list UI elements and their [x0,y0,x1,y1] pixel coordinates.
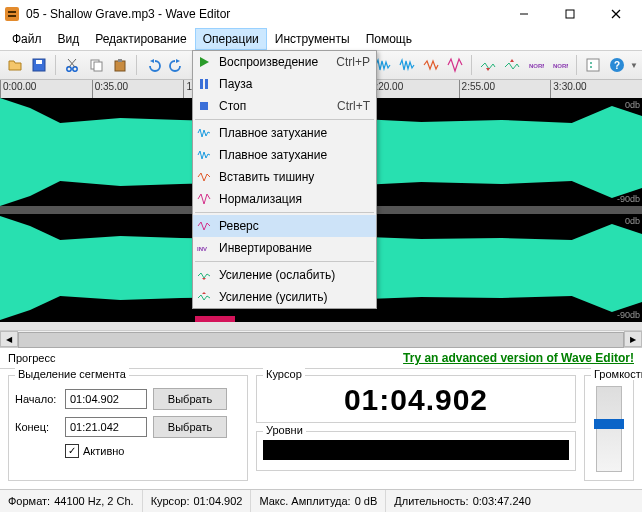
ruler-tick: 2:20.00 [367,80,459,98]
reverse-icon [195,217,213,235]
menu-item-fadein[interactable]: Плавное затухание [193,122,376,144]
svg-rect-2 [8,15,16,17]
norm-tool2-icon[interactable]: NORM [549,54,571,76]
db-bottom: -90db [617,310,640,320]
menu-item-pause[interactable]: Пауза [193,73,376,95]
svg-point-20 [590,62,592,64]
scroll-thumb[interactable] [18,332,624,348]
svg-point-9 [67,67,71,71]
db-top: 0db [625,216,640,226]
window-title: 05 - Shallow Grave.mp3 - Wave Editor [26,7,502,21]
status-amp-label: Макс. Амплитуда: [259,495,350,507]
levels-group: Уровни [256,431,576,471]
menu-item-silence[interactable]: Вставить тишину [193,166,376,188]
start-label: Начало: [15,393,59,405]
fadein-icon [195,124,213,142]
status-cursor-value: 01:04.902 [193,495,242,507]
segment-group: Выделение сегмента Начало: Выбрать Конец… [8,375,248,481]
volume-title: Громкость [591,368,642,380]
scroll-right-icon[interactable]: ▶ [624,331,642,347]
menu-item-normalize[interactable]: Нормализация [193,188,376,210]
end-select-button[interactable]: Выбрать [153,416,227,438]
titlebar: 05 - Shallow Grave.mp3 - Wave Editor [0,0,642,28]
svg-text:?: ? [614,60,620,71]
menu-item-stop[interactable]: СтопCtrl+T [193,95,376,117]
svg-rect-15 [115,61,125,71]
menu-item-fadeout[interactable]: Плавное затухание [193,144,376,166]
settings-icon[interactable] [582,54,604,76]
close-button[interactable] [594,0,638,28]
amp-down-icon[interactable] [477,54,499,76]
levels-meter [263,440,569,460]
ruler-tick: 0:35.00 [92,80,184,98]
svg-rect-28 [200,102,208,110]
svg-rect-26 [200,79,203,89]
volume-slider[interactable] [596,386,622,472]
help-icon[interactable]: ? [606,54,628,76]
svg-point-21 [590,66,592,68]
start-select-button[interactable]: Выбрать [153,388,227,410]
status-amp-value: 0 dB [355,495,378,507]
scroll-left-icon[interactable]: ◀ [0,331,18,347]
wave-tool2-icon[interactable] [396,54,418,76]
cursor-value: 01:04.902 [263,382,569,418]
fadeout-icon [195,146,213,164]
redo-icon[interactable] [166,54,188,76]
status-cursor-label: Курсор: [151,495,190,507]
menu-operations[interactable]: Операции [195,28,267,50]
open-icon[interactable] [4,54,26,76]
progress-label: Прогресс [8,352,55,364]
amp-up-icon[interactable] [501,54,523,76]
svg-rect-8 [36,60,42,64]
menu-item-invert[interactable]: INVИнвертирование [193,237,376,259]
active-checkbox[interactable]: ✓ [65,444,79,458]
paste-icon[interactable] [109,54,131,76]
cursor-group: Курсор 01:04.902 [256,375,576,423]
volume-thumb[interactable] [594,419,624,429]
status-dur-value: 0:03:47.240 [473,495,531,507]
upgrade-link[interactable]: Try an advanced version of Wave Editor! [403,351,634,365]
svg-rect-16 [118,59,122,62]
segment-title: Выделение сегмента [15,368,129,380]
svg-text:NORM: NORM [553,63,568,69]
levels-title: Уровни [263,424,306,436]
menu-view[interactable]: Вид [50,28,88,50]
ruler-tick: 3:30.00 [550,80,642,98]
statusbar: Формат:44100 Hz, 2 Ch. Курсор:01:04.902 … [0,489,642,512]
invert-icon: INV [195,239,213,257]
status-dur-label: Длительность: [394,495,468,507]
svg-rect-27 [205,79,208,89]
save-icon[interactable] [28,54,50,76]
svg-line-11 [69,59,76,67]
menu-item-reverse[interactable]: Реверс [193,215,376,237]
volume-group: Громкость [584,375,634,481]
wave-tool4-icon[interactable] [444,54,466,76]
active-label: Активно [83,445,125,457]
menu-file[interactable]: Файл [4,28,50,50]
norm-tool-icon[interactable]: NORM [525,54,547,76]
scrollbar-horizontal[interactable]: ◀ ▶ [0,330,642,348]
menu-item-ampdown[interactable]: Усиление (ослабить) [193,264,376,286]
cut-icon[interactable] [61,54,83,76]
svg-line-12 [68,59,75,67]
start-input[interactable] [65,389,147,409]
db-bottom: -90db [617,194,640,204]
minimize-button[interactable] [502,0,546,28]
undo-icon[interactable] [142,54,164,76]
play-icon [195,53,213,71]
stop-icon [195,97,213,115]
copy-icon[interactable] [85,54,107,76]
menu-item-ampup[interactable]: Усиление (усилить) [193,286,376,308]
menu-help[interactable]: Помощь [358,28,420,50]
maximize-button[interactable] [548,0,592,28]
menu-tools[interactable]: Инструменты [267,28,358,50]
end-input[interactable] [65,417,147,437]
silence-icon [195,168,213,186]
ruler-tick: 2:55.00 [459,80,551,98]
db-top: 0db [625,100,640,110]
progress-row: Прогресс Try an advanced version of Wave… [0,348,642,369]
menu-edit[interactable]: Редактирование [87,28,194,50]
wave-tool3-icon[interactable] [420,54,442,76]
menu-item-play[interactable]: ВоспроизведениеCtrl+P [193,51,376,73]
svg-text:NORM: NORM [529,63,544,69]
